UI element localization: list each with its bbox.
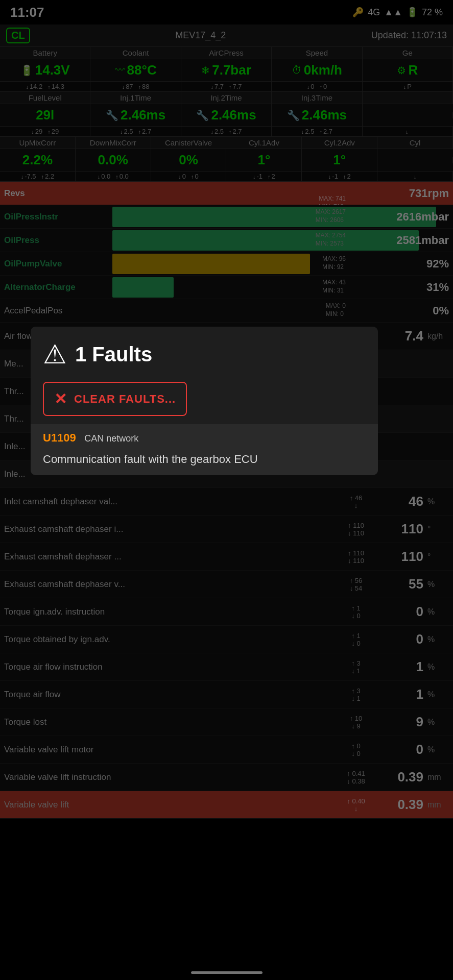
- dim-overlay: [0, 0, 453, 980]
- fault-title: 1 Faults: [75, 343, 152, 366]
- fault-dialog: ⚠ 1 Faults ✕ CLEAR FAULTS... U1109 CAN n…: [31, 327, 378, 475]
- fault-code: U1109: [43, 431, 76, 444]
- fault-dialog-header: ⚠ 1 Faults: [31, 327, 378, 378]
- clear-faults-button[interactable]: ✕ CLEAR FAULTS...: [43, 382, 187, 416]
- fault-detail: Communication fault with the gearbox ECU: [31, 449, 378, 475]
- fault-code-row: U1109 CAN network: [31, 424, 378, 449]
- clear-faults-label: CLEAR FAULTS...: [74, 393, 176, 406]
- fault-warning-icon: ⚠: [43, 339, 67, 370]
- clear-faults-x-icon: ✕: [54, 390, 67, 408]
- fault-network: CAN network: [84, 433, 138, 444]
